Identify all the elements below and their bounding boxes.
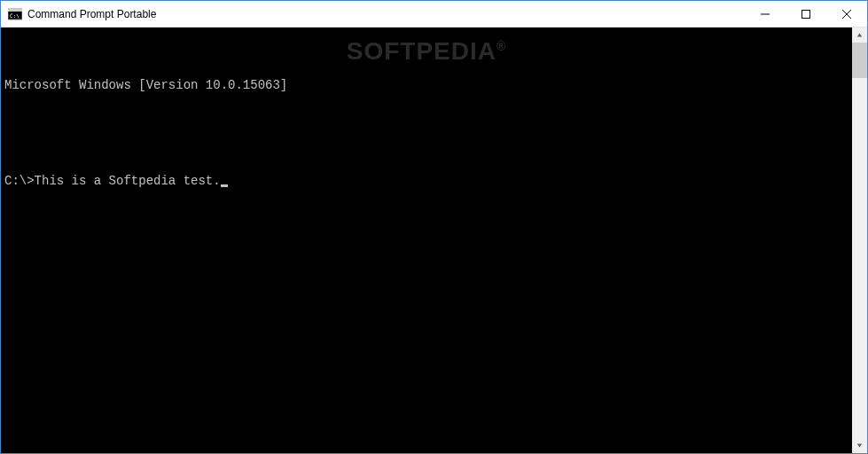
terminal-header-line: Microsoft Windows [Version 10.0.15063] [4,77,848,93]
terminal-cursor [221,184,228,187]
titlebar[interactable]: C:\ Command Prompt Portable [1,1,867,27]
svg-rect-1 [8,9,22,12]
scroll-down-button[interactable] [852,438,867,453]
close-button[interactable] [826,1,867,27]
terminal-blank-line [4,125,848,141]
minimize-button[interactable] [745,1,786,27]
terminal-prompt: C:\> [4,173,35,189]
content-area: SOFTPEDIA® Microsoft Windows [Version 10… [1,27,867,453]
svg-text:C:\: C:\ [10,12,20,19]
vertical-scrollbar[interactable] [852,27,867,453]
svg-rect-4 [802,10,810,18]
app-window: C:\ Command Prompt Portable SOFTPEDIA® M… [0,0,868,454]
app-icon: C:\ [8,7,22,21]
terminal[interactable]: SOFTPEDIA® Microsoft Windows [Version 10… [1,27,852,453]
svg-marker-8 [857,443,863,447]
terminal-input: This is a Softpedia test. [35,173,221,189]
window-title: Command Prompt Portable [27,8,745,20]
window-controls [745,1,867,27]
scroll-track[interactable] [852,43,867,438]
scroll-up-button[interactable] [852,27,867,43]
svg-marker-7 [857,33,863,36]
scroll-thumb[interactable] [852,43,867,78]
watermark: SOFTPEDIA® [347,38,507,59]
terminal-prompt-line: C:\>This is a Softpedia test. [4,173,848,189]
maximize-button[interactable] [786,1,826,27]
